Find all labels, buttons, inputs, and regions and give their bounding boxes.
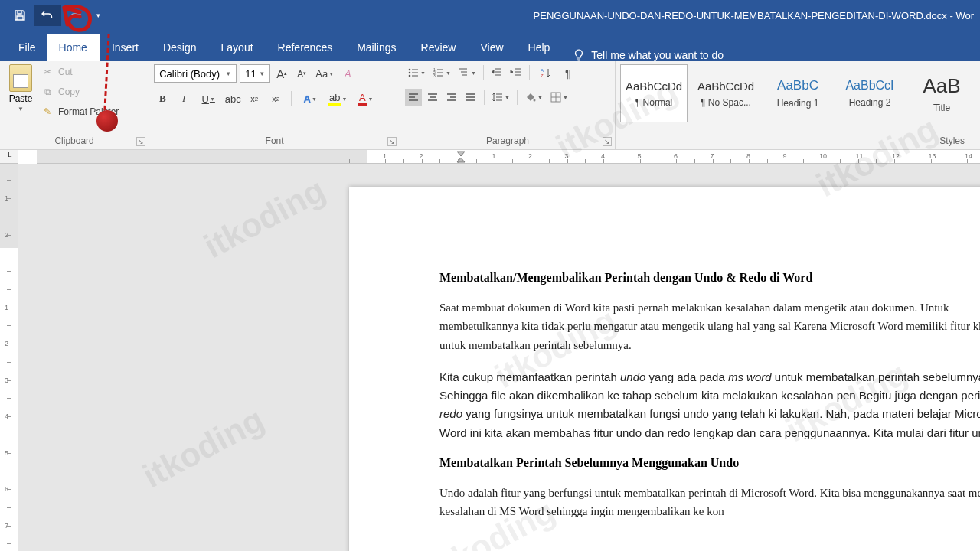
tab-home[interactable]: Home bbox=[47, 34, 100, 61]
change-case-button[interactable]: Aa▼ bbox=[313, 65, 336, 82]
bullets-icon bbox=[407, 67, 420, 79]
grow-font-button[interactable]: A▴ bbox=[273, 65, 290, 82]
font-size-combo[interactable]: 11▼ bbox=[240, 64, 270, 83]
clipboard-launcher[interactable]: ↘ bbox=[136, 137, 145, 146]
bullets-button[interactable]: ▼ bbox=[405, 64, 428, 81]
svg-point-0 bbox=[409, 69, 411, 71]
align-right-icon bbox=[446, 91, 458, 103]
tab-references[interactable]: References bbox=[266, 34, 345, 61]
strikethrough-button[interactable]: abc bbox=[224, 90, 241, 107]
line-spacing-button[interactable]: ▼ bbox=[489, 89, 512, 106]
font-name-value: Calibri (Body) bbox=[159, 68, 220, 80]
group-clipboard: Paste ▼ ✂Cut ⧉Copy ✎Format Painter Clipb… bbox=[0, 61, 149, 149]
font-launcher[interactable]: ↘ bbox=[387, 137, 397, 146]
format-painter-button[interactable]: ✎Format Painter bbox=[41, 104, 119, 119]
tab-view[interactable]: View bbox=[468, 34, 515, 61]
text-effects-button[interactable]: A▼ bbox=[299, 90, 322, 107]
save-icon bbox=[14, 9, 26, 21]
svg-text:Z: Z bbox=[541, 73, 544, 78]
eraser-icon: A bbox=[345, 68, 351, 80]
title-bar: ▾ PENGGUNAAN-UNDO-DAN-REDO-UNTUK-MEMBATA… bbox=[0, 0, 980, 31]
font-color-button[interactable]: A▼ bbox=[354, 90, 377, 107]
save-button[interactable] bbox=[6, 5, 34, 26]
tab-layout[interactable]: Layout bbox=[209, 34, 266, 61]
tell-me-label: Tell me what you want to do bbox=[591, 49, 724, 61]
style-heading2[interactable]: AaBbCcIHeading 2 bbox=[836, 64, 903, 122]
tab-mailings[interactable]: Mailings bbox=[345, 34, 408, 61]
underline-button[interactable]: U▼ bbox=[197, 90, 220, 107]
copy-icon: ⧉ bbox=[41, 86, 54, 98]
borders-button[interactable]: ▼ bbox=[547, 89, 570, 106]
page: Membatalkan/Mengembalikan Perintah denga… bbox=[349, 187, 980, 551]
ruler-corner[interactable]: └ bbox=[0, 150, 18, 164]
clear-formatting-button[interactable]: A bbox=[339, 65, 356, 82]
tab-design[interactable]: Design bbox=[151, 34, 209, 61]
align-right-button[interactable] bbox=[443, 89, 460, 106]
style-heading1[interactable]: AaBbCHeading 1 bbox=[764, 64, 831, 122]
bulb-icon bbox=[573, 49, 585, 61]
doc-heading-1: Membatalkan/Mengembalikan Perintah denga… bbox=[439, 271, 980, 285]
align-center-icon bbox=[426, 91, 439, 103]
group-font-label: Font bbox=[154, 134, 395, 148]
group-font: Calibri (Body)▼ 11▼ A▴ A▾ Aa▼ A B I U▼ a… bbox=[149, 61, 400, 149]
cut-icon: ✂ bbox=[41, 66, 54, 78]
group-paragraph: ▼ 123▼ ▼ AZ ¶ ▼ ▼ ▼ Para bbox=[400, 61, 616, 149]
copy-button[interactable]: ⧉Copy bbox=[41, 84, 119, 99]
font-size-value: 11 bbox=[245, 68, 256, 80]
paste-label: Paste bbox=[9, 93, 33, 104]
doc-paragraph-3: Undo adalah fitur yang berfungsi untuk m… bbox=[439, 484, 980, 521]
font-name-combo[interactable]: Calibri (Body)▼ bbox=[154, 64, 237, 83]
align-center-button[interactable] bbox=[424, 89, 441, 106]
subscript-button[interactable]: x2 bbox=[246, 90, 263, 107]
align-left-button[interactable] bbox=[405, 89, 422, 106]
justify-button[interactable] bbox=[462, 89, 479, 106]
doc-heading-2: Membatalkan Perintah Sebelumnya Mengguna… bbox=[439, 456, 980, 470]
tell-me-search[interactable]: Tell me what you want to do bbox=[562, 49, 734, 61]
svg-point-8 bbox=[534, 99, 536, 102]
redo-button[interactable] bbox=[61, 5, 89, 26]
style-normal[interactable]: AaBbCcDd¶ Normal bbox=[620, 64, 688, 122]
tab-review[interactable]: Review bbox=[409, 34, 469, 61]
format-painter-label: Format Painter bbox=[58, 106, 119, 117]
superscript-button[interactable]: x2 bbox=[267, 90, 284, 107]
numbering-button[interactable]: 123▼ bbox=[430, 64, 453, 81]
tab-help[interactable]: Help bbox=[516, 34, 563, 61]
quick-access-toolbar: ▾ bbox=[0, 5, 107, 26]
paragraph-launcher[interactable]: ↘ bbox=[603, 137, 612, 146]
doc-paragraph-2: Kita cukup memanfaatkan perintah undo ya… bbox=[439, 368, 980, 442]
group-styles: AaBbCcDd¶ Normal AaBbCcDd¶ No Spac... Aa… bbox=[616, 61, 980, 149]
svg-text:A: A bbox=[541, 68, 544, 73]
increase-indent-button[interactable] bbox=[508, 64, 524, 81]
qat-customize[interactable]: ▾ bbox=[89, 11, 107, 19]
outdent-icon bbox=[491, 67, 503, 79]
undo-button[interactable] bbox=[34, 5, 61, 26]
sort-button[interactable]: AZ bbox=[534, 64, 557, 81]
numbering-icon: 123 bbox=[433, 67, 445, 79]
bold-button[interactable]: B bbox=[154, 90, 171, 107]
decrease-indent-button[interactable] bbox=[488, 64, 505, 81]
group-clipboard-label: Clipboard bbox=[5, 134, 144, 148]
shrink-font-button[interactable]: A▾ bbox=[293, 65, 310, 82]
tab-file[interactable]: File bbox=[8, 34, 47, 61]
bucket-icon bbox=[524, 91, 537, 103]
italic-button[interactable]: I bbox=[175, 90, 192, 107]
show-marks-button[interactable]: ¶ bbox=[560, 64, 577, 81]
document-title: PENGGUNAAN-UNDO-DAN-REDO-UNTUK-MEMBATALK… bbox=[534, 10, 974, 21]
redo-icon bbox=[69, 9, 81, 21]
vertical-ruler[interactable]: 211234567 bbox=[0, 164, 18, 551]
style-title[interactable]: AaBTitle bbox=[908, 64, 975, 122]
pilcrow-icon: ¶ bbox=[565, 67, 571, 80]
undo-icon bbox=[41, 9, 54, 21]
shading-button[interactable]: ▼ bbox=[522, 89, 545, 106]
highlight-button[interactable]: ab▼ bbox=[326, 90, 349, 107]
justify-icon bbox=[465, 91, 477, 103]
multilevel-button[interactable]: ▼ bbox=[456, 64, 479, 81]
brush-icon: ✎ bbox=[41, 106, 54, 118]
document-area[interactable]: Membatalkan/Mengembalikan Perintah denga… bbox=[18, 164, 980, 551]
group-styles-label: Styles bbox=[620, 134, 975, 148]
style-no-spacing[interactable]: AaBbCcDd¶ No Spac... bbox=[692, 64, 760, 122]
svg-point-2 bbox=[409, 75, 411, 77]
horizontal-ruler[interactable]: 211234567891011121314 bbox=[37, 150, 980, 164]
paste-button[interactable]: Paste ▼ bbox=[5, 64, 37, 112]
ribbon-tabs: File Home Insert Design Layout Reference… bbox=[0, 31, 980, 61]
